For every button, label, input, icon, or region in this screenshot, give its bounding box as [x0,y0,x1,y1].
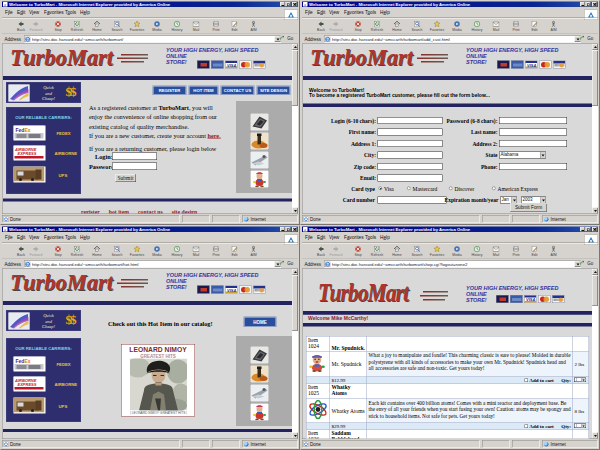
svg-text:Fed: Fed [16,358,25,364]
svg-text:EXPRESS: EXPRESS [18,382,37,387]
svg-text:Ex: Ex [25,127,31,133]
svg-text:EXPRESS: EXPRESS [18,151,37,156]
svg-text:Fed: Fed [16,127,25,133]
svg-text:Ex: Ex [25,358,31,364]
